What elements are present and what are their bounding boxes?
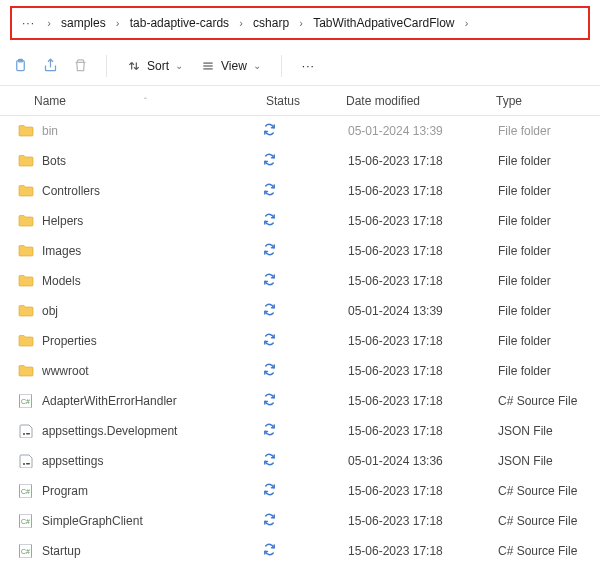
file-type-cell: File folder bbox=[488, 274, 600, 288]
file-date-cell: 15-06-2023 17:18 bbox=[338, 274, 488, 288]
file-type-cell: File folder bbox=[488, 124, 600, 138]
sort-label: Sort bbox=[147, 59, 169, 73]
share-icon[interactable] bbox=[38, 54, 62, 78]
file-name-cell: appsettings.Development bbox=[0, 424, 258, 438]
sync-icon bbox=[262, 152, 277, 170]
table-row[interactable]: Controllers 15-06-2023 17:18 File folder bbox=[0, 176, 600, 206]
table-row[interactable]: Properties 15-06-2023 17:18 File folder bbox=[0, 326, 600, 356]
folder-icon bbox=[18, 214, 34, 228]
file-type-cell: File folder bbox=[488, 334, 600, 348]
file-date-cell: 15-06-2023 17:18 bbox=[338, 514, 488, 528]
table-row[interactable]: AdapterWithErrorHandler 15-06-2023 17:18… bbox=[0, 386, 600, 416]
more-button[interactable]: ··· bbox=[296, 55, 321, 77]
chevron-right-icon: › bbox=[41, 17, 57, 29]
toolbar: Sort ⌄ View ⌄ ··· bbox=[0, 46, 600, 86]
chevron-right-icon: › bbox=[293, 17, 309, 29]
breadcrumb-item[interactable]: tab-adaptive-cards bbox=[126, 16, 233, 30]
view-label: View bbox=[221, 59, 247, 73]
file-date-cell: 15-06-2023 17:18 bbox=[338, 184, 488, 198]
view-button[interactable]: View ⌄ bbox=[195, 55, 267, 77]
column-header-type[interactable]: Type bbox=[488, 94, 600, 108]
file-date-cell: 15-06-2023 17:18 bbox=[338, 394, 488, 408]
folder-icon bbox=[18, 304, 34, 318]
table-row[interactable]: Helpers 15-06-2023 17:18 File folder bbox=[0, 206, 600, 236]
file-name-label: appsettings.Development bbox=[42, 424, 177, 438]
column-header-label: Status bbox=[266, 94, 300, 108]
file-status-cell bbox=[258, 272, 338, 290]
file-type-cell: C# Source File bbox=[488, 484, 600, 498]
file-name-cell: Models bbox=[0, 274, 258, 288]
file-type-cell: File folder bbox=[488, 214, 600, 228]
file-name-cell: SimpleGraphClient bbox=[0, 514, 258, 528]
file-name-cell: Helpers bbox=[0, 214, 258, 228]
file-status-cell bbox=[258, 362, 338, 380]
jsonfile-icon bbox=[18, 454, 34, 468]
file-name-label: Images bbox=[42, 244, 81, 258]
file-status-cell bbox=[258, 422, 338, 440]
column-header-label: Name bbox=[34, 94, 66, 108]
table-row[interactable]: appsettings.Development 15-06-2023 17:18… bbox=[0, 416, 600, 446]
table-row[interactable]: SimpleGraphClient 15-06-2023 17:18 C# So… bbox=[0, 506, 600, 536]
file-date-cell: 15-06-2023 17:18 bbox=[338, 154, 488, 168]
table-row[interactable]: Startup 15-06-2023 17:18 C# Source File bbox=[0, 536, 600, 563]
file-name-cell: obj bbox=[0, 304, 258, 318]
file-name-cell: bin bbox=[0, 124, 258, 138]
sync-icon bbox=[262, 422, 277, 440]
trash-icon[interactable] bbox=[68, 54, 92, 78]
toolbar-divider bbox=[106, 55, 107, 77]
file-status-cell bbox=[258, 332, 338, 350]
file-type-cell: File folder bbox=[488, 304, 600, 318]
file-type-cell: C# Source File bbox=[488, 544, 600, 558]
file-name-label: bin bbox=[42, 124, 58, 138]
sync-icon bbox=[262, 272, 277, 290]
table-row[interactable]: Bots 15-06-2023 17:18 File folder bbox=[0, 146, 600, 176]
file-name-cell: Bots bbox=[0, 154, 258, 168]
clipboard-icon[interactable] bbox=[8, 54, 32, 78]
chevron-down-icon: ⌄ bbox=[253, 60, 261, 71]
table-row[interactable]: bin 05-01-2024 13:39 File folder bbox=[0, 116, 600, 146]
table-row[interactable]: appsettings 05-01-2024 13:36 JSON File bbox=[0, 446, 600, 476]
column-header-status[interactable]: Status bbox=[258, 94, 338, 108]
file-type-cell: File folder bbox=[488, 364, 600, 378]
file-name-label: SimpleGraphClient bbox=[42, 514, 143, 528]
file-type-cell: JSON File bbox=[488, 454, 600, 468]
file-status-cell bbox=[258, 152, 338, 170]
csfile-icon bbox=[18, 514, 34, 528]
breadcrumb-item[interactable]: TabWithAdpativeCardFlow bbox=[309, 16, 458, 30]
chevron-right-icon: › bbox=[233, 17, 249, 29]
breadcrumb-ellipsis[interactable]: ··· bbox=[16, 16, 41, 30]
file-date-cell: 15-06-2023 17:18 bbox=[338, 484, 488, 498]
file-status-cell bbox=[258, 182, 338, 200]
column-header-date[interactable]: Date modified bbox=[338, 94, 488, 108]
file-name-label: Bots bbox=[42, 154, 66, 168]
file-type-cell: File folder bbox=[488, 244, 600, 258]
sort-button[interactable]: Sort ⌄ bbox=[121, 55, 189, 77]
file-name-cell: Properties bbox=[0, 334, 258, 348]
table-row[interactable]: Images 15-06-2023 17:18 File folder bbox=[0, 236, 600, 266]
table-row[interactable]: obj 05-01-2024 13:39 File folder bbox=[0, 296, 600, 326]
table-row[interactable]: wwwroot 15-06-2023 17:18 File folder bbox=[0, 356, 600, 386]
file-status-cell bbox=[258, 392, 338, 410]
breadcrumb-item[interactable]: samples bbox=[57, 16, 110, 30]
file-name-cell: Controllers bbox=[0, 184, 258, 198]
chevron-right-icon: › bbox=[459, 17, 475, 29]
table-row[interactable]: Program 15-06-2023 17:18 C# Source File bbox=[0, 476, 600, 506]
sync-icon bbox=[262, 302, 277, 320]
file-name-cell: AdapterWithErrorHandler bbox=[0, 394, 258, 408]
file-status-cell bbox=[258, 482, 338, 500]
column-header-name[interactable]: Name bbox=[0, 94, 258, 108]
file-date-cell: 15-06-2023 17:18 bbox=[338, 334, 488, 348]
file-name-label: wwwroot bbox=[42, 364, 89, 378]
folder-icon bbox=[18, 244, 34, 258]
file-name-label: Program bbox=[42, 484, 88, 498]
file-list: bin 05-01-2024 13:39 File folder Bots 15… bbox=[0, 116, 600, 563]
column-headers: ˆ Name Status Date modified Type bbox=[0, 86, 600, 116]
csfile-icon bbox=[18, 394, 34, 408]
breadcrumb-item[interactable]: csharp bbox=[249, 16, 293, 30]
file-name-label: Models bbox=[42, 274, 81, 288]
file-status-cell bbox=[258, 212, 338, 230]
file-name-label: Controllers bbox=[42, 184, 100, 198]
sync-icon bbox=[262, 182, 277, 200]
table-row[interactable]: Models 15-06-2023 17:18 File folder bbox=[0, 266, 600, 296]
file-date-cell: 05-01-2024 13:39 bbox=[338, 124, 488, 138]
